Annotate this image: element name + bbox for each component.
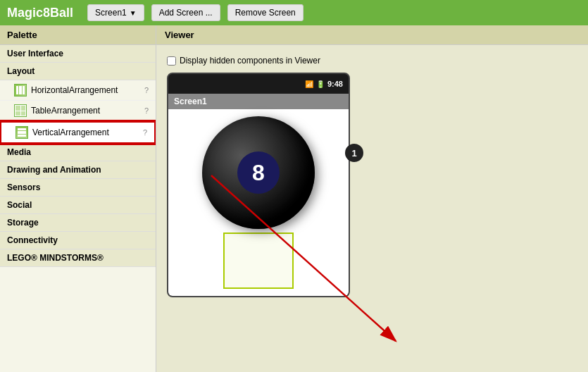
phone-status-bar: 📶 🔋 9:48 [168, 74, 349, 94]
help-icon[interactable]: ? [143, 128, 147, 137]
status-time: 9:48 [327, 80, 343, 88]
magic8-ball: 8 [202, 116, 315, 229]
sidebar-item-lego[interactable]: LEGO® MINDSTORMS® [0, 249, 156, 267]
palette-header: Palette [0, 25, 156, 45]
help-icon[interactable]: ? [144, 106, 149, 115]
wifi-icon: 📶 [305, 80, 313, 88]
vertical-arrangement-icon [15, 126, 28, 139]
sidebar-item-drawing-animation[interactable]: Drawing and Animation [0, 161, 156, 179]
sidebar-item-social[interactable]: Social [0, 197, 156, 214]
vertical-arrangement-label: VerticalArrangement [32, 128, 139, 137]
sidebar-item-layout[interactable]: Layout [0, 63, 156, 80]
step-badge: 1 [345, 144, 363, 162]
header: Magic8Ball Screen1 ▼ Add Screen ... Remo… [0, 0, 588, 25]
sidebar-item-label: Drawing and Animation [7, 165, 101, 175]
phone-screen-content: 8 [168, 109, 349, 296]
sidebar-item-storage[interactable]: Storage [0, 214, 156, 232]
list-item[interactable]: TableArrangement ? [0, 101, 156, 121]
sidebar-item-label: LEGO® MINDSTORMS® [7, 253, 104, 263]
screen-selector-label: Screen1 [95, 8, 127, 18]
magic8-number: 8 [237, 151, 280, 194]
sidebar-item-connectivity[interactable]: Connectivity [0, 232, 156, 249]
viewer-panel: Viewer Display hidden components in View… [156, 25, 588, 372]
horizontal-arrangement-label: HorizontalArrangement [31, 85, 140, 95]
screen-selector-button[interactable]: Screen1 ▼ [87, 4, 144, 21]
display-hidden-label: Display hidden components in Viewer [180, 56, 320, 66]
horizontal-arrangement-icon [14, 84, 27, 97]
app-title: Magic8Ball [7, 6, 73, 20]
viewer-area: Display hidden components in Viewer 📶 🔋 … [156, 45, 588, 310]
display-hidden-row: Display hidden components in Viewer [167, 56, 577, 66]
list-item[interactable]: VerticalArrangement ? [0, 121, 156, 144]
table-arrangement-label: TableArrangement [31, 106, 140, 116]
sidebar-item-sensors[interactable]: Sensors [0, 179, 156, 197]
phone-mockup: 📶 🔋 9:48 Screen1 8 [167, 73, 350, 297]
sidebar-item-label: Sensors [7, 182, 40, 192]
table-arrangement-icon [14, 104, 27, 117]
sidebar-item-media[interactable]: Media [0, 144, 156, 161]
phone-screen-title: Screen1 [168, 94, 349, 109]
list-item[interactable]: HorizontalArrangement ? [0, 80, 156, 101]
palette-sidebar: Palette User Interface Layout Horizontal… [0, 25, 156, 372]
remove-screen-button[interactable]: Remove Screen [227, 4, 304, 21]
display-hidden-checkbox[interactable] [167, 56, 176, 66]
sidebar-item-user-interface[interactable]: User Interface [0, 45, 156, 63]
viewer-header: Viewer [156, 25, 588, 45]
chevron-down-icon: ▼ [130, 9, 137, 17]
add-screen-button[interactable]: Add Screen ... [151, 4, 220, 21]
main-layout: Palette User Interface Layout Horizontal… [0, 25, 588, 372]
battery-icon: 🔋 [316, 80, 325, 88]
drop-zone[interactable] [223, 232, 294, 289]
sidebar-item-label: Storage [7, 218, 39, 228]
sidebar-item-label: Connectivity [7, 235, 58, 245]
sidebar-item-label: User Interface [7, 49, 63, 58]
help-icon[interactable]: ? [144, 86, 149, 94]
sidebar-item-label: Layout [7, 66, 35, 76]
sidebar-item-label: Social [7, 200, 32, 210]
sidebar-item-label: Media [7, 147, 31, 157]
